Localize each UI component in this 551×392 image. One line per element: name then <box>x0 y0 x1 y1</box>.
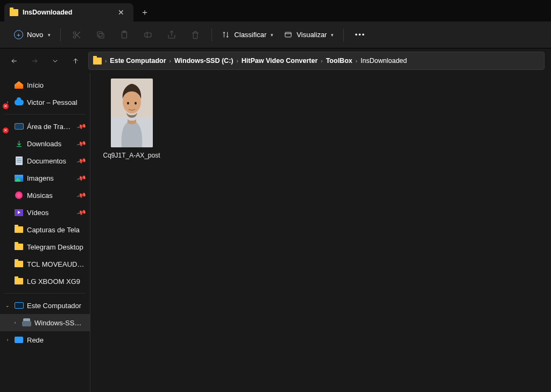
expander-icon[interactable]: › <box>4 337 11 343</box>
sidebar-item-home[interactable]: ▸ Início <box>0 76 90 94</box>
share-icon <box>167 30 176 40</box>
sidebar-item-folder[interactable]: ▸ LG XBOOM XG9 <box>0 273 90 290</box>
svg-rect-7 <box>285 32 291 37</box>
sidebar-item-network[interactable]: › Rede <box>0 331 90 348</box>
view-icon <box>284 31 292 39</box>
pin-icon: 📌 <box>76 190 87 201</box>
view-label: Visualizar <box>296 31 327 39</box>
breadcrumb-item[interactable]: ToolBox <box>326 57 352 65</box>
error-badge-icon: ✕ <box>3 103 9 109</box>
forward-button[interactable] <box>27 53 42 68</box>
sidebar-item-folder[interactable]: ▸ Telegram Desktop <box>0 238 90 255</box>
breadcrumb-item[interactable]: InsDownloaded <box>361 57 407 65</box>
pin-icon: 📌 <box>76 121 87 132</box>
network-icon <box>14 335 24 345</box>
sidebar-item-label: Documentos <box>27 157 74 165</box>
copy-button[interactable] <box>90 26 111 44</box>
delete-button[interactable] <box>185 26 206 44</box>
breadcrumb-item[interactable]: HitPaw Video Converter <box>242 57 317 65</box>
sidebar-item-downloads[interactable]: ▸ Downloads 📌 <box>0 135 90 152</box>
file-item[interactable]: Cq9J1T_A-AX_post <box>103 79 160 159</box>
rename-icon <box>143 30 153 40</box>
file-view[interactable]: Cq9J1T_A-AX_post <box>90 73 551 392</box>
back-button[interactable] <box>6 53 22 68</box>
home-icon <box>14 80 24 90</box>
close-tab-button[interactable]: ✕ <box>114 8 128 17</box>
sidebar-item-videos[interactable]: ▸ Vídeos 📌 <box>0 204 90 221</box>
sidebar-item-documents[interactable]: ▸ Documentos 📌 <box>0 152 90 169</box>
chevron-right-icon: › <box>236 58 238 64</box>
view-button[interactable]: Visualizar ▾ <box>280 28 338 41</box>
cut-button[interactable] <box>66 26 88 44</box>
tab-active[interactable]: InsDownloaded ✕ <box>4 3 133 22</box>
sort-button[interactable]: Classificar ▾ <box>217 28 278 41</box>
person-thumbnail-icon <box>111 79 153 147</box>
chevron-right-icon: › <box>321 58 322 64</box>
cloud-icon <box>14 97 24 107</box>
tab-strip: InsDownloaded ✕ ＋ <box>0 0 551 22</box>
separator <box>4 293 86 294</box>
sidebar-item-label: Vídeos <box>27 209 74 217</box>
svg-rect-6 <box>145 33 151 37</box>
pin-icon: 📌 <box>76 207 87 218</box>
sidebar-item-folder[interactable]: ▸ TCL MOVEAUDIO S <box>0 255 90 273</box>
breadcrumb-item[interactable]: Windows-SSD (C:) <box>174 57 234 65</box>
trash-icon <box>190 30 200 40</box>
sidebar-item-label: Este Computador <box>27 302 86 310</box>
sidebar-item-desktop[interactable]: ▸ Área de Trabalho 📌 ✕ <box>0 118 90 135</box>
video-icon <box>14 208 24 217</box>
recent-button[interactable] <box>47 53 62 68</box>
sidebar-item-label: TCL MOVEAUDIO S <box>27 260 86 268</box>
desktop-icon <box>14 122 24 131</box>
chevron-down-icon: ▾ <box>271 32 273 38</box>
share-button[interactable] <box>161 26 182 44</box>
plus-circle-icon: + <box>14 30 23 39</box>
svg-point-12 <box>135 102 137 105</box>
more-button[interactable]: ••• <box>349 31 371 39</box>
expander-icon[interactable]: ⌄ <box>4 303 11 308</box>
pin-icon: 📌 <box>76 173 87 183</box>
svg-rect-2 <box>99 33 104 38</box>
folder-icon <box>10 9 18 16</box>
expander-icon[interactable]: › <box>12 320 18 325</box>
folder-icon <box>14 276 24 286</box>
sidebar-item-label: LG XBOOM XG9 <box>27 277 86 286</box>
sort-label: Classificar <box>234 31 266 39</box>
navigation-pane: ▸ Início › Victor – Pessoal ✕ ▸ Área de … <box>0 73 90 392</box>
paste-button[interactable] <box>114 26 135 44</box>
sidebar-item-onedrive[interactable]: › Victor – Pessoal ✕ <box>0 94 90 111</box>
sidebar-item-drive[interactable]: › Windows-SSD (C:) <box>0 314 90 331</box>
pc-icon <box>14 301 24 310</box>
pin-icon: 📌 <box>76 155 87 166</box>
sidebar-item-label: Início <box>27 81 86 89</box>
folder-icon <box>14 259 24 269</box>
up-button[interactable] <box>68 53 83 68</box>
sidebar-item-label: Telegram Desktop <box>27 243 86 251</box>
sidebar-item-label: Músicas <box>27 191 74 199</box>
body: ▸ Início › Victor – Pessoal ✕ ▸ Área de … <box>0 73 551 392</box>
pin-icon: 📌 <box>76 138 87 149</box>
separator <box>343 28 344 41</box>
copy-icon <box>96 30 105 40</box>
sidebar-item-label: Capturas de Tela <box>27 226 86 234</box>
sidebar-item-label: Victor – Pessoal <box>27 98 86 106</box>
svg-point-1 <box>74 35 76 38</box>
new-button-label: Novo <box>27 31 43 39</box>
new-tab-button[interactable]: ＋ <box>136 3 154 22</box>
arrow-left-icon <box>10 57 18 65</box>
sidebar-item-music[interactable]: ▸ Músicas 📌 <box>0 187 90 204</box>
sidebar-item-label: Rede <box>27 336 86 344</box>
new-button[interactable]: + Novo ▾ <box>10 27 55 42</box>
chevron-down-icon: ▾ <box>48 32 51 38</box>
rename-button[interactable] <box>137 26 159 44</box>
address-bar[interactable]: › Este Computador › Windows-SSD (C:) › H… <box>88 52 545 70</box>
sort-icon <box>222 31 230 39</box>
chevron-down-icon: ▾ <box>331 32 334 38</box>
sidebar-item-folder[interactable]: ▸ Capturas de Tela <box>0 221 90 238</box>
sidebar-item-label: Windows-SSD (C:) <box>34 319 86 327</box>
sidebar-item-label: Imagens <box>27 174 74 182</box>
sidebar-item-pictures[interactable]: ▸ Imagens 📌 <box>0 169 90 187</box>
breadcrumb-item[interactable]: Este Computador <box>110 57 166 65</box>
pictures-icon <box>14 173 24 183</box>
sidebar-item-this-pc[interactable]: ⌄ Este Computador <box>0 297 90 314</box>
